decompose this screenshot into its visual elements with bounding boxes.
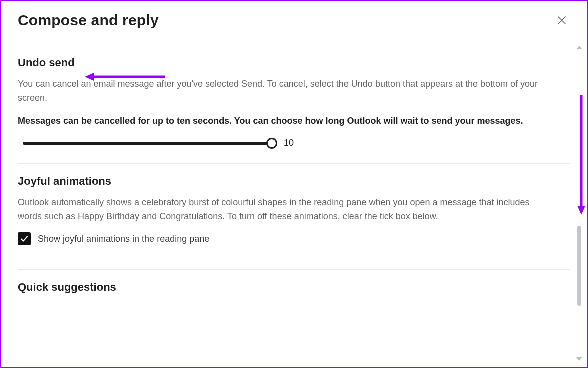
- compose-reply-settings-panel: Compose and reply Undo send You can canc…: [1, 1, 587, 367]
- scrollbar-down-arrow[interactable]: [576, 358, 582, 361]
- slider-track: [23, 142, 277, 145]
- section-divider: [18, 164, 570, 164]
- scrollbar[interactable]: [576, 46, 583, 361]
- panel-header: Compose and reply: [1, 1, 587, 38]
- undo-send-slider-value: 10: [284, 138, 294, 148]
- undo-send-note: Messages can be cancelled for up to ten …: [18, 114, 548, 128]
- settings-scroll-area: Undo send You can cancel an email messag…: [1, 38, 587, 364]
- section-divider: [18, 270, 570, 270]
- undo-send-delay-slider[interactable]: [23, 138, 277, 150]
- undo-send-slider-row: 10: [18, 138, 570, 150]
- slider-thumb[interactable]: [266, 138, 278, 149]
- scrollbar-up-arrow[interactable]: [576, 46, 582, 50]
- undo-send-heading: Undo send: [18, 56, 570, 70]
- quick-suggestions-heading: Quick suggestions: [18, 281, 570, 294]
- joyful-animations-checkbox[interactable]: [18, 232, 31, 246]
- joyful-animations-description: Outlook automatically shows a celebrator…: [18, 196, 548, 224]
- page-title: Compose and reply: [18, 12, 159, 29]
- close-icon: [557, 16, 567, 26]
- joyful-animations-toggle-row[interactable]: Show joyful animations in the reading pa…: [18, 232, 570, 246]
- joyful-animations-checkbox-label: Show joyful animations in the reading pa…: [38, 234, 210, 244]
- undo-send-description: You can cancel an email message after yo…: [18, 78, 548, 106]
- checkmark-icon: [20, 234, 29, 244]
- close-button[interactable]: [554, 12, 570, 28]
- joyful-animations-heading: Joyful animations: [18, 175, 570, 188]
- section-divider: [18, 45, 570, 46]
- scrollbar-thumb[interactable]: [578, 226, 582, 306]
